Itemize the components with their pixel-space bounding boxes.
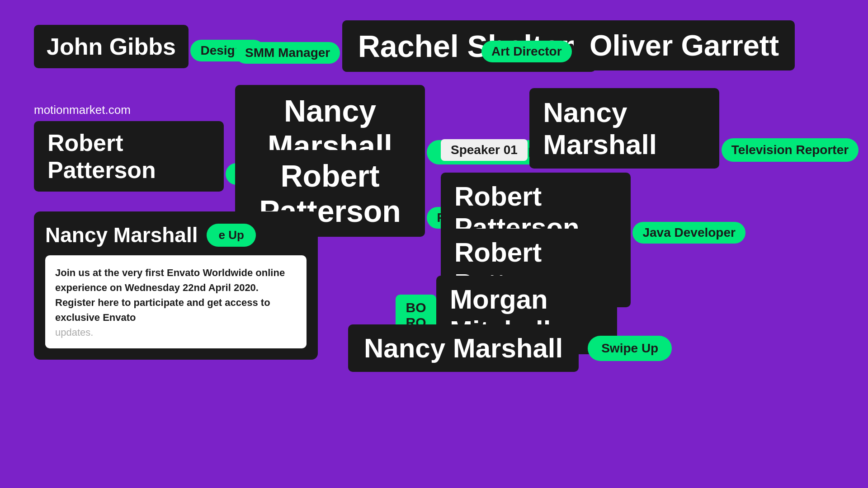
boro-line1: BO [406, 300, 426, 315]
smm-role: SMM Manager [235, 42, 340, 64]
speaker-badge: Speaker 01 [441, 139, 528, 161]
swipe-up-card-badge[interactable]: e Up [207, 224, 255, 247]
art-director-role: Art Director [481, 41, 572, 62]
nancy-card-header: Nancy Marshall e Up [45, 223, 307, 247]
nancy-card-text: Join us at the very first Envato Worldwi… [55, 265, 297, 325]
nancy-right-role: Television Reporter [722, 138, 859, 162]
nancy-right-name: Nancy Marshall [529, 88, 719, 169]
nancy-bottom-card: Nancy Marshall Swipe Up [348, 324, 672, 372]
swipe-up-badge[interactable]: Swipe Up [588, 336, 672, 361]
robert-left-name: Robert Patterson [34, 121, 224, 192]
john-gibbs-card: John Gibbs Designer [34, 25, 264, 68]
nancy-bottom-name: Nancy Marshall [348, 324, 579, 372]
speaker-card: Speaker 01 Nancy Marshall Television Rep… [441, 88, 859, 169]
nancy-card-text-faded: updates. [55, 327, 297, 338]
oliver-name: Oliver Garrett [574, 20, 795, 70]
nancy-card: Nancy Marshall e Up Join us at the very … [34, 211, 318, 360]
nancy-card-content: Join us at the very first Envato Worldwi… [45, 255, 307, 348]
nancy-card-name: Nancy Marshall [45, 223, 198, 247]
john-gibbs-name: John Gibbs [34, 25, 189, 68]
motionmarket-url: motionmarket.com [34, 103, 131, 117]
art-director-card: Art Director Oliver Garrett [481, 20, 795, 70]
java-role: Java Developer [632, 222, 745, 244]
